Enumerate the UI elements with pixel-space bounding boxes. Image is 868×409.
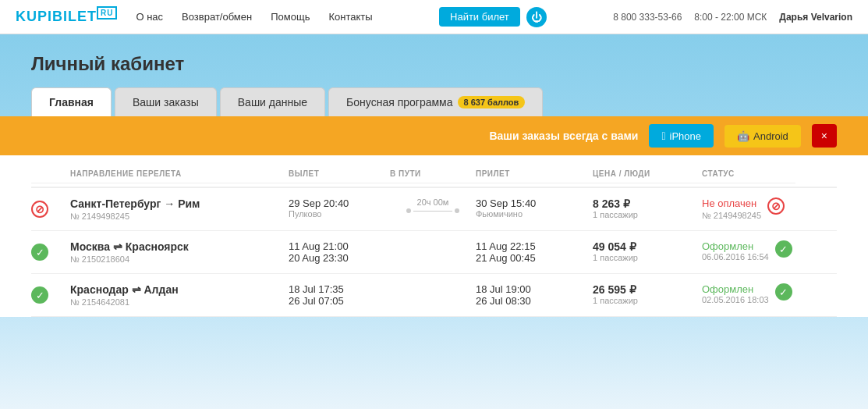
arrival-date: 11 Aug 22:15 <box>476 240 593 252</box>
order-route: Санкт-Петербург → Рим № 2149498245 <box>70 197 289 221</box>
page-title: Личный кабинет <box>31 53 837 75</box>
order-route: Москва ⇌ Красноярск № 2150218604 <box>70 240 289 264</box>
table-row[interactable]: ✓ Москва ⇌ Красноярск № 2150218604 11 Au… <box>31 231 837 274</box>
iphone-button[interactable]:  iPhone <box>649 124 714 148</box>
departure-info: 18 Jul 17:35 26 Jul 07:05 <box>289 283 390 307</box>
user-name: Дарья Velvarion <box>779 12 852 23</box>
app-banner-text: Ваши заказы всегда с вами <box>31 130 638 142</box>
arrival-info: 11 Aug 22:15 21 Aug 00:45 <box>476 240 593 264</box>
logo[interactable]: KUPIBILETRU <box>16 9 117 25</box>
cancel-icon: ⊘ <box>31 201 48 218</box>
app-banner: Ваши заказы всегда с вами  iPhone 🤖 And… <box>0 116 868 155</box>
col-route: НАПРАВЛЕНИЕ ПЕРЕЛЕТА <box>70 162 289 183</box>
status-label: Оформлен <box>702 240 769 252</box>
dot-end <box>455 208 459 213</box>
iphone-label: iPhone <box>670 130 701 142</box>
working-hours: 8:00 - 22:00 МСК <box>694 12 767 23</box>
table-row[interactable]: ✓ Краснодар ⇌ Алдан № 2154642081 18 Jul … <box>31 274 837 317</box>
order-status-icon: ✓ <box>31 283 70 304</box>
col-icon <box>31 162 70 183</box>
status-info: Оформлен 06.06.2016 16:54 ✓ <box>702 240 795 261</box>
status-label: Оформлен <box>702 283 769 295</box>
tab-orders[interactable]: Ваши заказы <box>115 87 217 116</box>
status-cancel-icon: ⊘ <box>767 197 785 215</box>
route-name: Москва ⇌ Красноярск <box>70 240 289 253</box>
table-row[interactable]: ⊘ Санкт-Петербург → Рим № 2149498245 29 … <box>31 188 837 231</box>
arrival-date: 18 Jul 19:00 <box>476 283 593 295</box>
tab-data[interactable]: Ваши данные <box>220 87 325 116</box>
duration-info: 20ч 00м <box>390 197 476 213</box>
header-right: 8 800 333-53-66 8:00 - 22:00 МСК Дарья V… <box>613 12 852 23</box>
price-info: 49 054 ₽ 1 пассажир <box>593 240 702 262</box>
flight-line <box>413 211 452 212</box>
departure-date: 18 Jul 17:35 <box>289 283 390 295</box>
duration-text: 20ч 00м <box>417 197 449 207</box>
search-input-text: Найти билет <box>450 11 509 23</box>
price-info: 8 263 ₽ 1 пассажир <box>593 197 702 219</box>
android-button[interactable]: 🤖 Android <box>725 125 801 148</box>
departure-airport: Пулково <box>289 209 390 219</box>
search-button[interactable]: Найти билет <box>439 7 520 27</box>
check-icon: ✓ <box>31 244 48 261</box>
passenger-count: 1 пассажир <box>593 253 702 262</box>
order-status-icon: ✓ <box>31 240 70 261</box>
arrival-airport: Фьюмичино <box>476 209 593 219</box>
nav-contacts[interactable]: Контакты <box>328 11 372 23</box>
android-icon: 🤖 <box>737 130 749 142</box>
arrival-info: 30 Sep 15:40 Фьюмичино <box>476 197 593 219</box>
departure-date: 29 Sep 20:40 <box>289 197 390 209</box>
apple-icon:  <box>661 130 665 142</box>
departure-date2: 26 Jul 07:05 <box>289 295 390 307</box>
table-headers: НАПРАВЛЕНИЕ ПЕРЕЛЕТА ВЫЛЕТ В ПУТИ ПРИЛЕТ… <box>31 155 837 188</box>
departure-date: 11 Aug 21:00 <box>289 240 390 252</box>
route-name: Краснодар ⇌ Алдан <box>70 283 289 296</box>
departure-info: 11 Aug 21:00 20 Aug 23:30 <box>289 240 390 264</box>
col-departure: ВЫЛЕТ <box>289 162 390 183</box>
dot-start <box>406 208 411 213</box>
header: KUPIBILETRU О нас Возврат/обмен Помощь К… <box>0 0 868 34</box>
duration-line <box>406 208 459 213</box>
order-status-icon: ⊘ <box>31 197 70 218</box>
departure-date2: 20 Aug 23:30 <box>289 252 390 264</box>
page-title-area: Личный кабинет <box>0 34 868 87</box>
status-date: 02.05.2016 18:03 <box>702 295 769 304</box>
price-value: 49 054 ₽ <box>593 240 702 253</box>
bonus-badge: 8 637 баллов <box>458 96 526 108</box>
status-label: Не оплачен <box>702 197 761 209</box>
order-number: № 2149498245 <box>70 212 289 221</box>
power-button[interactable]: ⏻ <box>526 7 547 27</box>
col-duration: В ПУТИ <box>390 162 476 183</box>
tab-main[interactable]: Главная <box>31 87 112 116</box>
tabs-area: Главная Ваши заказы Ваши данные Бонусная… <box>0 87 868 116</box>
nav-returns[interactable]: Возврат/обмен <box>182 11 252 23</box>
main-background: Личный кабинет Главная Ваши заказы Ваши … <box>0 34 868 409</box>
price-value: 8 263 ₽ <box>593 197 702 210</box>
check-icon: ✓ <box>31 286 48 304</box>
col-arrival: ПРИЛЕТ <box>476 162 593 183</box>
phone-number: 8 800 333-53-66 <box>613 12 682 23</box>
arrival-date2: 26 Jul 08:30 <box>476 295 593 307</box>
status-date: 06.06.2016 16:54 <box>702 252 769 261</box>
price-value: 26 595 ₽ <box>593 283 702 296</box>
order-number: № 2154642081 <box>70 297 289 307</box>
nav-about[interactable]: О нас <box>136 11 163 23</box>
android-label: Android <box>753 130 788 142</box>
col-price: ЦЕНА / ЛЮДИ <box>593 162 702 183</box>
status-check-icon: ✓ <box>775 240 792 258</box>
arrival-date: 30 Sep 15:40 <box>476 197 593 209</box>
passenger-count: 1 пассажир <box>593 210 702 219</box>
order-number: № 2150218604 <box>70 254 289 264</box>
departure-info: 29 Sep 20:40 Пулково <box>289 197 390 219</box>
passenger-count: 1 пассажир <box>593 296 702 305</box>
logo-suffix: RU <box>97 6 117 20</box>
status-order-num: № 2149498245 <box>702 211 761 220</box>
price-info: 26 595 ₽ 1 пассажир <box>593 283 702 305</box>
status-check-icon: ✓ <box>775 283 792 301</box>
arrival-date2: 21 Aug 00:45 <box>476 252 593 264</box>
col-status: СТАТУС <box>702 162 795 183</box>
status-info: Оформлен 02.05.2016 18:03 ✓ <box>702 283 795 304</box>
nav-help[interactable]: Помощь <box>271 11 310 23</box>
header-left: KUPIBILETRU О нас Возврат/обмен Помощь К… <box>16 9 373 25</box>
tab-bonus[interactable]: Бонусная программа 8 637 баллов <box>328 87 543 116</box>
banner-close-button[interactable]: × <box>812 124 837 148</box>
